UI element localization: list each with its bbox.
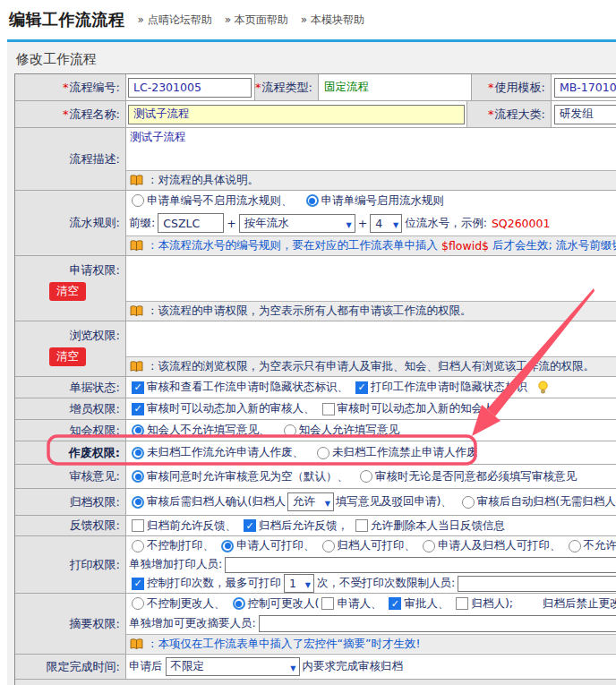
process-no-label: * 流程编号: xyxy=(15,74,126,100)
archive-confirm-radio[interactable] xyxy=(132,496,144,509)
add-reviewer-checkbox[interactable] xyxy=(132,403,144,415)
deadline-content: 申请后 不限定 内要求完成审核归档 xyxy=(126,655,616,679)
header-bar: 编辑工作流流程 » 点晴论坛帮助 » 本页面帮助 » 本模块帮助 xyxy=(0,0,616,39)
chevron-down-icon xyxy=(286,660,295,673)
feedback-after-archive-checkbox[interactable] xyxy=(244,519,256,532)
review-comment-content: 审核同意时允许审核意见为空（默认）、 审核时无论是否同意都必须填写审核意见 xyxy=(126,465,616,488)
serial-enable-radio[interactable] xyxy=(306,194,319,207)
summary-uncontrolled-radio[interactable] xyxy=(132,597,144,610)
serial-prefix-input[interactable]: CSZLC xyxy=(158,213,224,233)
table-row-print-permission: 打印权限: 不控制打印、 申请人可打印、 归档人可打印、 申请人及归档人可打印、… xyxy=(15,536,616,594)
deadline-select[interactable]: 不限定 xyxy=(166,657,300,676)
summary-approver-checkbox[interactable] xyxy=(389,597,401,610)
lightbulb-icon[interactable] xyxy=(537,381,549,394)
process-name-label: * 流程名称: xyxy=(15,101,126,127)
browse-permission-area[interactable] xyxy=(126,321,616,356)
table-row-void-permission: 作废权限: 未归档工作流允许申请人作废、 未归档工作流禁止申请人作废 xyxy=(15,441,616,465)
review-empty-allowed-radio[interactable] xyxy=(132,470,144,483)
apply-permission-hint: ：该流程的申请权限，为空表示所有人都有申请该工作流的权限。 xyxy=(126,301,616,321)
print-both-radio[interactable] xyxy=(423,540,435,552)
page-title: 编辑工作流流程 xyxy=(9,9,125,30)
summary-archiver-checkbox[interactable] xyxy=(456,597,468,610)
serial-rule-content: 申请单编号不启用流水规则、 申请单编号启用流水规则 前缀: CSZLC + 按年… xyxy=(126,191,616,255)
chevron-down-icon xyxy=(301,577,311,590)
process-type-label: * 流程类型: xyxy=(254,74,319,101)
summary-permission-content: 不控制更改人、 控制可更改人( 申请人、 审批人、 归档人); 归档后禁止更改 … xyxy=(126,594,616,654)
hide-status-print-checkbox[interactable] xyxy=(355,381,368,394)
process-no-input[interactable]: LC-2301005 xyxy=(128,78,252,98)
description-label: 流程描述: xyxy=(15,128,126,190)
serial-digits-select[interactable]: 4 xyxy=(370,214,402,233)
row2-content: 测试子流程 * 流程大类: 研发组 xyxy=(126,101,616,127)
summary-editor-input[interactable] xyxy=(259,615,616,632)
print-forbid-radio[interactable] xyxy=(569,540,581,552)
print-exempt-input[interactable] xyxy=(458,576,616,592)
table-row-browse-permission: 浏览权限: 清空 ：该流程的浏览权限，为空表示只有申请人及审批、知会、归档人有浏… xyxy=(15,321,616,377)
breadcrumb-page-help[interactable]: » 本页面帮助 xyxy=(225,13,288,28)
book-icon xyxy=(130,361,143,372)
process-category-input[interactable]: 研发组 xyxy=(554,105,616,124)
print-permission-label: 打印权限: xyxy=(15,536,126,593)
void-permission-label: 作废权限: xyxy=(15,441,126,464)
archive-comment-select[interactable]: 允许 xyxy=(287,492,334,511)
add-member-label: 增员权限: xyxy=(15,398,126,419)
feedback-before-archive-checkbox[interactable] xyxy=(132,519,144,532)
process-type-value: 固定流程 xyxy=(324,80,369,95)
print-uncontrolled-radio[interactable] xyxy=(132,540,144,552)
breadcrumb-module-help[interactable]: » 本模块帮助 xyxy=(301,13,364,28)
summary-hint: ：本项仅在工作流表单中插入了宏控件“摘要”时才生效! xyxy=(126,634,616,653)
breadcrumb: » 点晴论坛帮助 » 本页面帮助 » 本模块帮助 xyxy=(138,13,364,28)
print-permission-content: 不控制打印、 申请人可打印、 归档人可打印、 申请人及归档人可打印、 不允许打印… xyxy=(126,536,616,593)
table-row-summary-permission: 摘要权限: 不控制更改人、 控制可更改人( 申请人、 审批人、 归档人); 归档… xyxy=(15,594,616,655)
deadline-label: 限定完成时间: xyxy=(15,655,126,679)
apply-permission-area[interactable] xyxy=(126,256,616,301)
book-icon xyxy=(130,638,143,650)
table-row-review-comment: 审核意见: 审核同意时允许审核意见为空（默认）、 审核时无论是否同意都必须填写审… xyxy=(15,465,616,489)
add-printer-input[interactable] xyxy=(225,557,616,573)
add-notified-checkbox[interactable] xyxy=(322,403,335,415)
print-archiver-radio[interactable] xyxy=(322,540,335,552)
archive-auto-radio[interactable] xyxy=(462,496,475,509)
notify-permission-label: 知会权限: xyxy=(15,420,126,441)
notify-no-comment-radio[interactable] xyxy=(132,424,144,437)
print-count-select[interactable]: 1 xyxy=(284,574,314,593)
description-textarea[interactable]: 测试子流程 xyxy=(126,128,616,170)
browse-permission-label: 浏览权限: 清空 xyxy=(15,321,126,376)
table-row-process-no: * 流程编号: LC-2301005 * 流程类型: 固定流程 * 使用模板: xyxy=(15,74,616,101)
chevron-down-icon xyxy=(389,217,398,230)
hide-status-review-checkbox[interactable] xyxy=(132,381,144,394)
template-input[interactable]: MB-170100 xyxy=(554,78,616,98)
summary-controlled-radio[interactable] xyxy=(233,597,245,610)
table-row-cutoff xyxy=(15,680,616,685)
summary-permission-label: 摘要权限: xyxy=(15,594,126,654)
apply-clear-button[interactable]: 清空 xyxy=(49,282,86,301)
archive-permission-content: 审核后需归档人确认(归档人 允许 填写意见及驳回申请)、 审核后自动归档(无需归… xyxy=(126,489,616,515)
doc-status-content: 审核和查看工作流申请时隐藏状态标识、 打印工作流申请时隐藏状态标识 xyxy=(126,377,616,398)
process-name-input[interactable]: 测试子流程 xyxy=(128,105,465,124)
serial-disable-radio[interactable] xyxy=(132,194,144,207)
table-row-archive-permission: 归档权限: 审核后需归档人确认(归档人 允许 填写意见及驳回申请)、 审核后自动… xyxy=(15,489,616,516)
page: 编辑工作流流程 » 点晴论坛帮助 » 本页面帮助 » 本模块帮助 修改工作流程 … xyxy=(0,0,616,685)
print-applicant-radio[interactable] xyxy=(221,540,234,552)
browse-permission-content: ：该流程的浏览权限，为空表示只有申请人及审批、知会、归档人有浏览该工作流的权限。 xyxy=(126,321,616,376)
doc-status-label: 单据状态: xyxy=(15,377,126,398)
book-icon xyxy=(130,240,143,252)
description-content: 测试子流程 ：对流程的具体说明。 xyxy=(126,128,616,190)
notify-allow-comment-radio[interactable] xyxy=(284,424,296,437)
serial-period-select[interactable]: 按年流水 xyxy=(239,214,355,233)
table-row-serial-rule: 流水规则: 申请单编号不启用流水规则、 申请单编号启用流水规则 前缀: CSZL… xyxy=(15,191,616,256)
review-required-radio[interactable] xyxy=(360,470,372,483)
serial-rule-label: 流水规则: xyxy=(15,191,126,255)
template-label: * 使用模板: xyxy=(471,74,552,101)
void-allow-radio[interactable] xyxy=(132,447,144,459)
process-category-label: * 流程大类: xyxy=(466,101,552,128)
workflow-form-table: * 流程编号: LC-2301005 * 流程类型: 固定流程 * 使用模板: xyxy=(14,73,616,685)
void-forbid-radio[interactable] xyxy=(317,447,329,459)
book-icon xyxy=(130,175,143,186)
summary-applicant-checkbox[interactable] xyxy=(321,597,334,610)
print-limit-checkbox[interactable] xyxy=(132,578,144,590)
browse-clear-button[interactable]: 清空 xyxy=(49,347,86,366)
breadcrumb-forum-help[interactable]: » 点晴论坛帮助 xyxy=(138,13,212,28)
review-comment-label: 审核意见: xyxy=(15,465,126,488)
feedback-delete-checkbox[interactable] xyxy=(355,519,368,532)
